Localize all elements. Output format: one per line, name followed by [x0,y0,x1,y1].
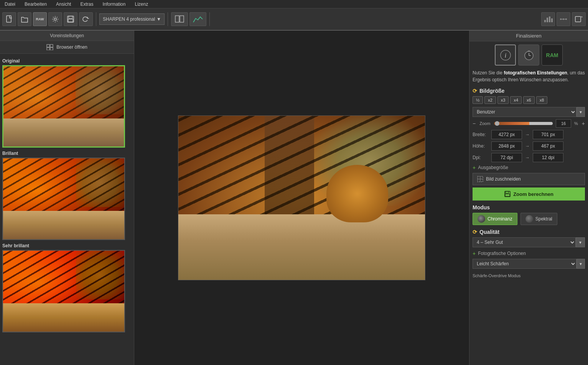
info-tab-ram[interactable]: RAM [542,44,563,66]
menu-information[interactable]: Information [98,1,130,8]
presets-list: Original Brillant Sehr brillant [0,54,134,365]
svg-text:i: i [504,52,506,59]
view-toggle-btn[interactable] [171,12,188,26]
tiger-rock-original [3,118,124,146]
toolbar: RAW SHARPEN 4 professional ▼ [0,8,588,31]
menu-bearbeiten[interactable]: Bearbeiten [20,1,51,8]
menu-extras[interactable]: Extras [76,1,98,8]
zoom-compute-label: Zoom berechnen [513,191,553,197]
breite-to-value[interactable]: 701 px [533,130,563,139]
svg-rect-5 [175,16,179,22]
foto-dropdown-arrow[interactable]: ▼ [576,259,585,269]
qualitat-select[interactable]: 4 – Sehr Gut [473,237,576,247]
product-dropdown-label: SHARPEN 4 professional [103,16,155,22]
dpi-from-value[interactable]: 72 dpi [491,153,522,162]
scale-x6-btn[interactable]: x6 [523,96,535,104]
open-file-btn[interactable] [18,12,31,26]
tiger-image-sehr-brillant [3,251,124,332]
chrominanz-btn[interactable]: Chrominanz [473,213,517,225]
main-tiger-rock [178,214,425,280]
svg-rect-3 [69,16,72,18]
hohe-from-value[interactable]: 2848 px [491,141,522,151]
histogram-btn[interactable] [541,12,555,26]
scale-x4-btn[interactable]: x4 [510,96,522,104]
hohe-row: Höhe: 2848 px → 467 px [473,141,585,151]
scale-x8-btn[interactable]: x8 [536,96,548,104]
main-image-container[interactable] [178,115,425,280]
info-tab-timer[interactable] [518,44,539,66]
browser-open-btn[interactable]: Browser öffnen [0,41,134,54]
zoom-minus-btn[interactable]: − [473,121,476,126]
new-file-btn[interactable] [2,12,16,26]
svg-rect-17 [47,44,49,47]
modus-title: Modus [473,204,585,210]
menu-lizenz[interactable]: Lizenz [130,1,153,8]
qualitat-dropdown-arrow[interactable]: ▼ [576,237,585,247]
foto-optionen-label: Fotografische Optionen [478,251,526,256]
browser-icon [46,44,54,50]
breite-arrow: → [525,132,530,137]
bildgrosse-icon: ⟳ [473,88,477,94]
ausgabegrosse-row[interactable]: + Ausgabegröße [473,164,585,171]
foto-optionen-row[interactable]: + Fotografische Optionen [473,250,585,256]
preset-thumbnail-sehr-brillant[interactable] [2,250,125,332]
scale-half-btn[interactable]: ½ [473,96,483,104]
ausgabegrosse-label: Ausgabegröße [478,165,508,170]
product-dropdown[interactable]: SHARPEN 4 professional ▼ [99,13,165,25]
preset-thumbnail-original[interactable] [2,65,125,148]
zoom-slider[interactable] [494,122,553,125]
foto-optionen-plus-icon: + [473,250,476,256]
user-select[interactable]: Benutzer [473,107,576,117]
user-dropdown-arrow[interactable]: ▼ [576,107,585,117]
menu-ansicht[interactable]: Ansicht [51,1,76,8]
svg-rect-20 [50,48,53,50]
zoom-plus-btn[interactable]: + [582,121,585,126]
zoom-unit: % [574,121,578,126]
svg-rect-19 [47,48,49,50]
menu-datei[interactable]: Datei [0,1,20,8]
redo-btn[interactable] [79,12,93,26]
grid-view-btn[interactable] [557,12,570,26]
info-description: Nutzen Sie die fotografischen Einstellun… [473,69,585,83]
qualitat-title: ⟳ Qualität [473,229,585,235]
breite-label: Breite: [473,132,490,137]
svg-rect-0 [7,16,11,22]
scale-x2-btn[interactable]: x2 [484,96,496,104]
qualitat-row: 4 – Sehr Gut ▼ [473,237,585,247]
preset-label-brillant: Brillant [2,151,132,156]
rotate-btn[interactable] [572,12,586,26]
settings-btn[interactable] [48,12,62,26]
spektral-icon [525,215,533,223]
info-tabs: i RAM [473,44,585,66]
zoom-compute-btn[interactable]: Zoom berechnen [473,187,585,201]
dpi-arrow: → [525,155,530,160]
preset-thumbnail-brillant[interactable] [2,158,125,240]
dropdown-arrow-icon: ▼ [156,16,161,22]
crop-btn[interactable]: Bild zuschneiden [473,173,585,185]
svg-rect-4 [68,19,73,22]
preset-label-sehr-brillant: Sehr brillant [2,243,132,248]
breite-from-value[interactable]: 4272 px [491,130,522,139]
breite-row: Breite: 4272 px → 701 px [473,130,585,139]
qualitat-icon: ⟳ [473,229,477,235]
svg-rect-10 [551,18,553,22]
qualitat-label: Qualität [479,229,499,235]
raw-btn[interactable]: RAW [33,12,47,26]
dpi-to-value[interactable]: 12 dpi [533,153,563,162]
zoom-mode-btn[interactable] [189,12,206,26]
zoom-handle[interactable] [495,121,499,126]
scharf-label: Schärfe-Overdrive Modus [473,273,585,278]
separator-2 [168,12,168,26]
info-tab-info[interactable]: i [495,44,516,66]
zoom-value-display: 16 [556,119,571,128]
main-tiger-image [178,116,425,280]
tiger-rock-sehr-brillant [3,303,124,332]
hohe-to-value[interactable]: 467 px [533,141,563,151]
foto-select[interactable]: Leicht Schärfen [473,259,576,269]
svg-rect-32 [505,194,510,196]
separator-1 [96,12,96,26]
save-btn[interactable] [64,12,77,26]
svg-point-1 [54,18,56,20]
spektral-btn[interactable]: Spektral [520,213,557,225]
scale-x3-btn[interactable]: x3 [497,96,509,104]
